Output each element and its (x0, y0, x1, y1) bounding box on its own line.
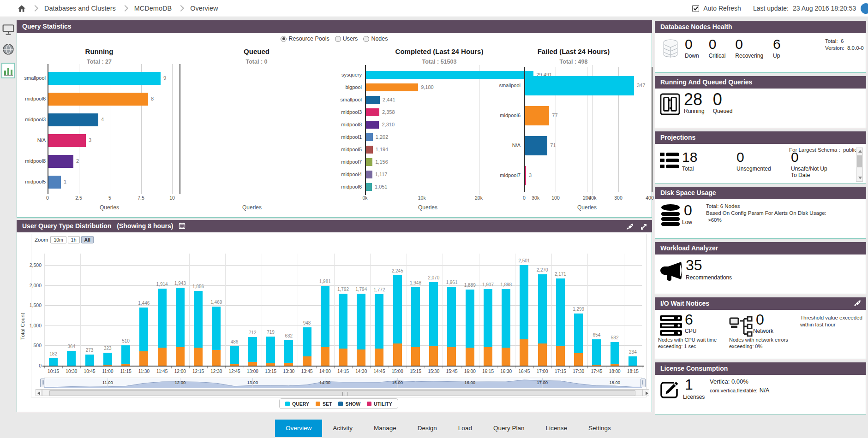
bar-segment-query[interactable] (466, 290, 474, 347)
navigator-left-handle[interactable] (40, 379, 45, 387)
bar-segment-set[interactable] (139, 351, 148, 366)
projections-scrollbar[interactable] (856, 148, 863, 182)
home-icon[interactable] (18, 5, 26, 12)
bar-segment-set[interactable] (520, 339, 528, 366)
bar[interactable] (525, 166, 526, 185)
navigator[interactable]: 11:0012:0013:0014:0015:0016:0017:0018:00 (44, 378, 642, 388)
bar-segment-set[interactable] (357, 349, 365, 366)
bar-segment-set[interactable] (339, 349, 347, 366)
bar-segment-query[interactable] (447, 287, 456, 347)
auto-refresh-checkbox[interactable] (692, 5, 699, 12)
bar-segment-set[interactable] (574, 353, 583, 366)
chart-scrollbar[interactable] (36, 389, 649, 396)
bar-segment-query[interactable] (484, 289, 492, 348)
bar-segment-set[interactable] (592, 365, 601, 366)
bar-segment-query[interactable] (574, 314, 583, 353)
tab-load[interactable]: Load (448, 420, 483, 437)
tab-overview[interactable]: Overview (275, 420, 322, 437)
bar-segment-set[interactable] (266, 363, 275, 366)
bar-segment-query[interactable] (375, 294, 383, 348)
breadcrumb-item[interactable]: Databases and Clusters (44, 5, 116, 12)
bar-segment-query[interactable] (284, 340, 293, 363)
bar-segment-query[interactable] (321, 286, 329, 347)
bar-segment-query[interactable] (429, 282, 438, 346)
tab-settings[interactable]: Settings (578, 420, 622, 437)
bar-segment-query[interactable] (556, 278, 565, 346)
bar-segment-set[interactable] (103, 365, 112, 366)
rocket-icon[interactable] (854, 300, 861, 309)
bar-segment-set[interactable] (611, 364, 619, 366)
bar-segment-query[interactable] (502, 289, 510, 347)
bar-segment-set[interactable] (411, 347, 420, 366)
scroll-left-button[interactable] (36, 389, 42, 396)
bar-segment-query[interactable] (520, 265, 528, 339)
bar-segment-query[interactable] (411, 287, 420, 347)
bar-segment-query[interactable] (303, 327, 311, 356)
stat-label: Total (682, 166, 724, 172)
bar-segment-set[interactable] (484, 347, 492, 366)
legend-item-set[interactable]: SET (316, 401, 332, 407)
bar[interactable] (525, 106, 549, 125)
bar-total-label: 1,772 (369, 287, 390, 292)
tab-activity[interactable]: Activity (322, 420, 363, 437)
monitor-icon[interactable] (2, 24, 15, 37)
bar-segment-query[interactable] (49, 358, 58, 366)
axis-tick (298, 367, 298, 368)
bar-segment-query[interactable] (592, 339, 601, 365)
bar[interactable] (525, 136, 547, 155)
bar-segment-query[interactable] (230, 346, 239, 364)
bar-segment-query[interactable] (629, 356, 637, 366)
bar-segment-query[interactable] (266, 337, 275, 363)
bar[interactable] (525, 76, 634, 95)
bar-segment-query[interactable] (538, 274, 547, 343)
tab-query-plan[interactable]: Query Plan (483, 420, 535, 437)
bar-segment-query[interactable] (611, 342, 619, 364)
tab-design[interactable]: Design (407, 420, 448, 437)
bar-segment-set[interactable] (556, 346, 565, 366)
clusters-icon[interactable] (2, 43, 15, 56)
legend-item-utility[interactable]: UTILITY (367, 401, 392, 407)
breadcrumb-item[interactable]: MCDemoDB (134, 5, 172, 12)
bar-segment-query[interactable] (67, 351, 76, 366)
bar-segment-query[interactable] (158, 289, 167, 348)
bar-segment-query[interactable] (194, 291, 203, 348)
bar-segment-set[interactable] (176, 347, 185, 366)
bar-segment-set[interactable] (502, 348, 510, 366)
scrollbar-thumb[interactable] (49, 390, 635, 396)
navigator-right-handle[interactable] (641, 379, 646, 387)
breadcrumb-item[interactable]: Overview (190, 5, 218, 12)
bar-segment-query[interactable] (139, 308, 148, 351)
bar-segment-query[interactable] (85, 355, 94, 366)
bar-segment-set[interactable] (538, 343, 547, 366)
bar-segment-set[interactable] (158, 348, 167, 366)
scroll-right-button[interactable] (643, 389, 649, 396)
bar-segment-set[interactable] (248, 362, 257, 366)
bar-segment-set[interactable] (375, 349, 383, 366)
chart-title: Failed (Last 24 Hours) (504, 47, 643, 55)
bar-segment-query[interactable] (176, 288, 185, 347)
bar-segment-query[interactable] (212, 307, 221, 350)
bar-segment-set[interactable] (121, 364, 130, 366)
bar-segment-set[interactable] (393, 343, 402, 366)
bar-segment-set[interactable] (284, 363, 293, 366)
bar-segment-query[interactable] (103, 353, 112, 365)
legend-item-show[interactable]: SHOW (338, 401, 360, 407)
bar-segment-query[interactable] (357, 294, 365, 349)
legend-item-query[interactable]: QUERY (285, 401, 309, 407)
bar-segment-set[interactable] (321, 347, 329, 366)
scrollbar-track[interactable] (42, 389, 643, 396)
bar-segment-set[interactable] (303, 356, 311, 366)
bar-segment-query[interactable] (121, 345, 130, 364)
tab-manage[interactable]: Manage (363, 420, 407, 437)
bar-segment-query[interactable] (339, 294, 347, 349)
bar-segment-query[interactable] (248, 337, 257, 362)
bar-segment-query[interactable] (393, 275, 402, 343)
bar-segment-set[interactable] (230, 364, 239, 366)
bar-segment-set[interactable] (429, 346, 438, 366)
bar-segment-set[interactable] (194, 348, 203, 366)
bar-segment-set[interactable] (466, 348, 474, 366)
tab-license[interactable]: License (535, 420, 578, 437)
bar-segment-set[interactable] (212, 350, 221, 366)
refresh-status-icon[interactable] (861, 3, 868, 14)
bar-segment-set[interactable] (447, 347, 456, 366)
